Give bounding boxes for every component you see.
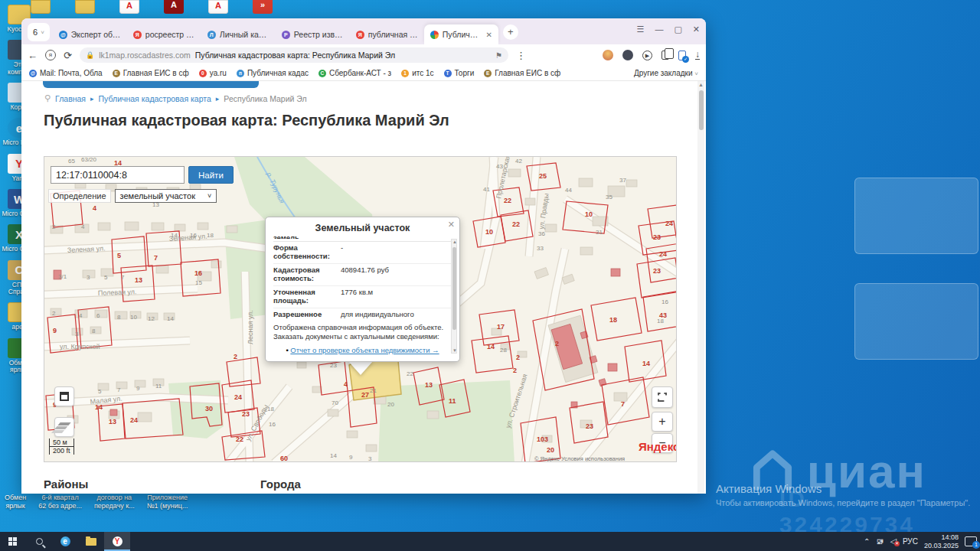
page-scrollbar[interactable]: ▲ xyxy=(697,81,704,494)
popup-scroll-thumb[interactable] xyxy=(452,247,456,330)
cadastral-number-input[interactable] xyxy=(51,166,185,184)
popup-scrollbar[interactable]: ▲ ▼ xyxy=(451,239,457,354)
tray-chevron-icon[interactable]: ⌃ xyxy=(864,537,870,546)
address-bar[interactable]: 🔒 lk1map.roscadastres.com Публичная када… xyxy=(80,47,508,63)
notification-badge: 1 xyxy=(972,541,980,549)
svg-text:63/20: 63/20 xyxy=(81,157,97,163)
page-top-button[interactable] xyxy=(43,81,259,88)
address-domain: lk1map.roscadastres.com xyxy=(99,51,191,60)
desktop-icon-label[interactable]: договор напередачу к... xyxy=(94,494,135,511)
pdf-icon[interactable]: A xyxy=(119,0,139,14)
language-indicator[interactable]: РУС xyxy=(903,537,918,546)
taskbar-explorer-button[interactable] xyxy=(78,532,104,551)
notification-center-icon[interactable]: 1 xyxy=(965,536,977,546)
terms-link[interactable]: Условия использования xyxy=(561,455,625,462)
tab-Личный[interactable]: ЛЛичный кабинет xyxy=(201,24,276,44)
bookmark-item[interactable]: ЕГлавная ЕИС в сф xyxy=(113,69,189,77)
folder-icon[interactable] xyxy=(75,0,95,14)
video-play-icon[interactable]: ▶ xyxy=(642,51,652,60)
start-button[interactable] xyxy=(0,532,26,551)
app-red-icon[interactable]: » xyxy=(253,0,273,14)
breadcrumb-home[interactable]: Главная xyxy=(55,94,86,103)
browser-toolbar: ← я ⟳ 🔒 lk1map.roscadastres.com Публична… xyxy=(21,44,706,66)
desktop-widget-panel xyxy=(854,178,978,254)
window-close-button[interactable]: ✕ xyxy=(693,24,700,34)
popup-close-icon[interactable]: ✕ xyxy=(448,220,455,230)
svg-text:11: 11 xyxy=(155,383,162,390)
tab-публичная[interactable]: Япубличная кадастр xyxy=(350,24,424,44)
search-button[interactable]: Найти xyxy=(188,166,234,184)
pdf-icon[interactable]: A xyxy=(208,0,228,14)
tab-active[interactable]: Публичная када... ✕ xyxy=(424,24,498,44)
taskbar-clock[interactable]: 14:08 20.03.2025 xyxy=(924,533,959,549)
new-tab-button[interactable]: + xyxy=(503,24,518,40)
taskbar-edge-button[interactable]: e xyxy=(52,532,78,551)
downloads-icon[interactable]: ↓ xyxy=(695,51,700,60)
tableau-button[interactable]: я xyxy=(45,50,56,60)
edge-icon: e xyxy=(60,536,70,546)
desktop-icon-label[interactable]: Обменярлык xyxy=(5,494,26,511)
svg-text:10: 10 xyxy=(130,314,137,321)
svg-text:24: 24 xyxy=(234,393,242,401)
other-bookmarks-button[interactable]: Другие закладки ˅ xyxy=(634,69,698,77)
zoom-in-button[interactable]: + xyxy=(652,412,673,432)
bookmark-item[interactable]: ТТорги xyxy=(444,69,475,77)
popup-note: Отображена справочная информация об объе… xyxy=(273,323,452,342)
profile-avatar[interactable] xyxy=(603,50,613,60)
bookmark-item[interactable]: ЕГлавная ЕИС в сф xyxy=(484,69,560,77)
cadastral-map[interactable]: 6563/20142125137424141618571316153/13572… xyxy=(44,156,677,462)
network-icon[interactable]: 🖳 xyxy=(876,537,884,546)
svg-text:7: 7 xyxy=(117,386,121,393)
svg-text:14: 14 xyxy=(642,360,650,367)
protect-icon[interactable] xyxy=(678,51,686,60)
desktop-icon-label[interactable]: Приложение№1 (муниц... xyxy=(147,494,188,511)
yandex-logo[interactable]: Яндекс xyxy=(639,440,677,453)
popup-title: Земельный участок xyxy=(273,223,452,233)
bookmark-item[interactable]: 0ya.ru xyxy=(199,69,227,77)
bookmark-item[interactable]: ССбербанк-АСТ - з xyxy=(318,69,391,77)
svg-text:9: 9 xyxy=(53,327,57,334)
alice-icon[interactable] xyxy=(622,50,633,60)
tab-Эксперт[interactable]: @Эксперт объяснил, xyxy=(53,24,127,44)
reload-button[interactable]: ⟳ xyxy=(64,50,72,61)
measure-tool-button[interactable] xyxy=(54,386,74,406)
breadcrumb-map[interactable]: Публичная кадастровая карта xyxy=(99,94,211,103)
popup-attribute-table: Форма собственности:-Кадастровая стоимос… xyxy=(273,241,452,319)
map-filter: Определение земельный участок˅ xyxy=(48,189,217,203)
window-menu-button[interactable]: ☰ xyxy=(637,24,645,34)
svg-text:37: 37 xyxy=(619,177,626,184)
svg-text:7: 7 xyxy=(621,400,625,408)
window-maximize-button[interactable]: ▢ xyxy=(674,24,681,34)
extensions-icon[interactable] xyxy=(662,51,669,60)
fullscreen-button[interactable] xyxy=(652,386,673,408)
page-scroll-thumb[interactable] xyxy=(699,90,704,130)
layers-button[interactable] xyxy=(54,417,74,437)
svg-text:24: 24 xyxy=(130,416,138,424)
tab-counter[interactable]: 6˅ xyxy=(28,23,50,41)
svg-text:27: 27 xyxy=(361,391,369,399)
bookmark-item[interactable]: пПубличная кадас xyxy=(237,69,309,77)
page-content: ⚲ Главная ▸ Публичная кадастровая карта … xyxy=(21,81,706,494)
bookmark-item[interactable]: @Mail: Почта, Обла xyxy=(29,69,103,77)
desktop-icon-label[interactable]: 6-й квартал62 без адре... xyxy=(38,494,82,511)
back-button[interactable]: ← xyxy=(28,50,38,61)
bookmark-flag-icon[interactable]: ⚑ xyxy=(495,51,502,60)
svg-text:42: 42 xyxy=(515,158,522,165)
bookmark-item[interactable]: 1итс 1с xyxy=(401,69,433,77)
more-menu-icon[interactable]: ⋮ xyxy=(516,50,526,61)
acrobat-icon[interactable]: A xyxy=(164,0,184,14)
volume-muted-icon[interactable]: ◁✕ xyxy=(890,536,896,546)
taskbar-search-button[interactable] xyxy=(26,532,52,551)
svg-text:4: 4 xyxy=(79,312,83,319)
tab-росреестр[interactable]: Яросреестр личный xyxy=(127,24,201,44)
taskbar-yandex-button[interactable]: Y xyxy=(104,532,130,551)
svg-text:20: 20 xyxy=(387,401,394,408)
window-minimize-button[interactable]: — xyxy=(655,24,663,34)
tab-Реестр[interactable]: РРеестр извещений xyxy=(276,24,350,44)
object-type-select[interactable]: земельный участок˅ xyxy=(115,189,217,203)
report-link[interactable]: Отчет о проверке объекта недвижимости → xyxy=(290,346,439,354)
bookmark-favicon: 0 xyxy=(199,70,207,77)
map-scale: 50 м 200 ft xyxy=(49,439,74,455)
svg-text:2: 2 xyxy=(52,310,56,317)
tab-close-icon[interactable]: ✕ xyxy=(485,31,492,39)
